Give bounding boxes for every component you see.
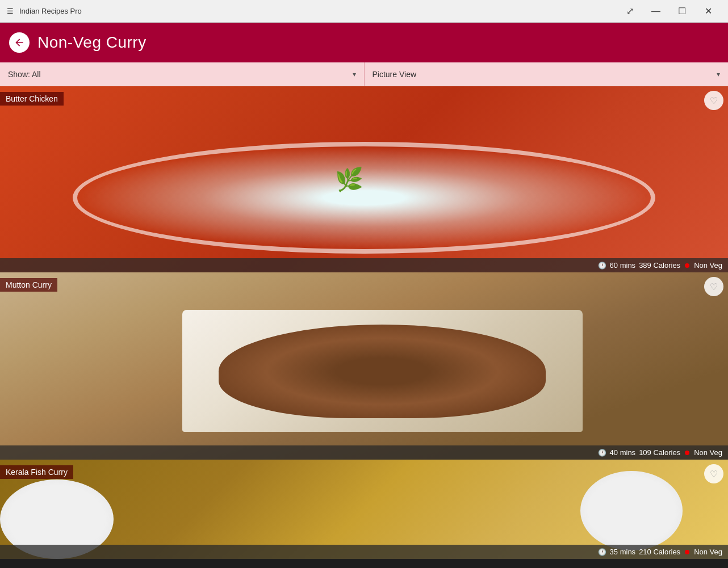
kerala-fish-category: Non Veg bbox=[694, 548, 722, 556]
recipe-meta-mutton-curry: 🕐 40 mins 109 Calories Non Veg bbox=[0, 445, 728, 460]
view-filter-label: Picture View bbox=[373, 70, 717, 79]
recipe-meta-kerala-fish: 🕐 35 mins 210 Calories Non Veg bbox=[0, 545, 728, 559]
clock-icon-butter-chicken: 🕐 bbox=[598, 262, 606, 270]
recipe-label-mutton-curry: Mutton Curry bbox=[0, 278, 57, 292]
recipe-card-kerala-fish[interactable]: Kerala Fish Curry ♡ 🕐 35 mins 210 Calori… bbox=[0, 460, 728, 559]
recipe-label-butter-chicken: Butter Chicken bbox=[0, 92, 64, 106]
show-filter-label: Show: All bbox=[8, 70, 353, 79]
minimize-button[interactable]: — bbox=[643, 0, 669, 23]
recipe-card-butter-chicken[interactable]: Butter Chicken ♡ 🕐 60 mins 389 Calories … bbox=[0, 86, 728, 272]
filter-bar: Show: All ▾ Picture View ▾ bbox=[0, 62, 728, 86]
favorite-button-mutton-curry[interactable]: ♡ bbox=[704, 277, 723, 296]
view-filter-chevron-icon: ▾ bbox=[717, 70, 720, 78]
title-bar-left: ☰ Indian Recipes Pro bbox=[7, 7, 82, 15]
category-dot-kerala-fish bbox=[685, 550, 689, 554]
page-title: Non-Veg Curry bbox=[37, 33, 147, 52]
view-filter[interactable]: Picture View ▾ bbox=[365, 62, 729, 86]
recipe-meta-butter-chicken: 🕐 60 mins 389 Calories Non Veg bbox=[0, 258, 728, 272]
mutton-curry-image bbox=[0, 272, 728, 460]
kerala-fish-time: 35 mins bbox=[610, 548, 636, 556]
close-button[interactable]: ✕ bbox=[695, 0, 721, 23]
show-filter[interactable]: Show: All ▾ bbox=[0, 62, 365, 86]
butter-chicken-category: Non Veg bbox=[694, 261, 722, 270]
favorite-button-butter-chicken[interactable]: ♡ bbox=[704, 91, 723, 110]
clock-icon-kerala-fish: 🕐 bbox=[598, 548, 606, 556]
window-controls: ⤢ — ☐ ✕ bbox=[617, 0, 721, 23]
butter-chicken-image bbox=[0, 86, 728, 272]
hamburger-icon[interactable]: ☰ bbox=[7, 7, 14, 15]
recipe-list: Butter Chicken ♡ 🕐 60 mins 389 Calories … bbox=[0, 86, 728, 568]
category-dot-mutton-curry bbox=[685, 451, 689, 455]
clock-icon-mutton-curry: 🕐 bbox=[598, 449, 606, 457]
app-name: Indian Recipes Pro bbox=[19, 7, 82, 15]
title-bar-menu: ☰ bbox=[7, 7, 14, 15]
expand-button[interactable]: ⤢ bbox=[617, 0, 643, 23]
butter-chicken-calories: 389 Calories bbox=[639, 261, 680, 270]
mutton-curry-calories: 109 Calories bbox=[639, 448, 680, 457]
maximize-button[interactable]: ☐ bbox=[669, 0, 695, 23]
show-filter-chevron-icon: ▾ bbox=[353, 70, 356, 78]
recipe-card-mutton-curry[interactable]: Mutton Curry ♡ 🕐 40 mins 109 Calories No… bbox=[0, 272, 728, 460]
back-arrow-icon bbox=[14, 37, 25, 48]
butter-chicken-time: 60 mins bbox=[610, 261, 636, 270]
kerala-fish-calories: 210 Calories bbox=[639, 548, 680, 556]
favorite-button-kerala-fish[interactable]: ♡ bbox=[704, 464, 723, 483]
title-bar: ☰ Indian Recipes Pro ⤢ — ☐ ✕ bbox=[0, 0, 728, 23]
kerala-fish-image bbox=[0, 460, 728, 559]
app-header: Non-Veg Curry bbox=[0, 23, 728, 62]
mutton-curry-category: Non Veg bbox=[694, 448, 722, 457]
mutton-curry-time: 40 mins bbox=[610, 448, 636, 457]
recipe-label-kerala-fish: Kerala Fish Curry bbox=[0, 465, 73, 479]
category-dot-butter-chicken bbox=[685, 263, 689, 268]
back-button[interactable] bbox=[9, 32, 30, 53]
